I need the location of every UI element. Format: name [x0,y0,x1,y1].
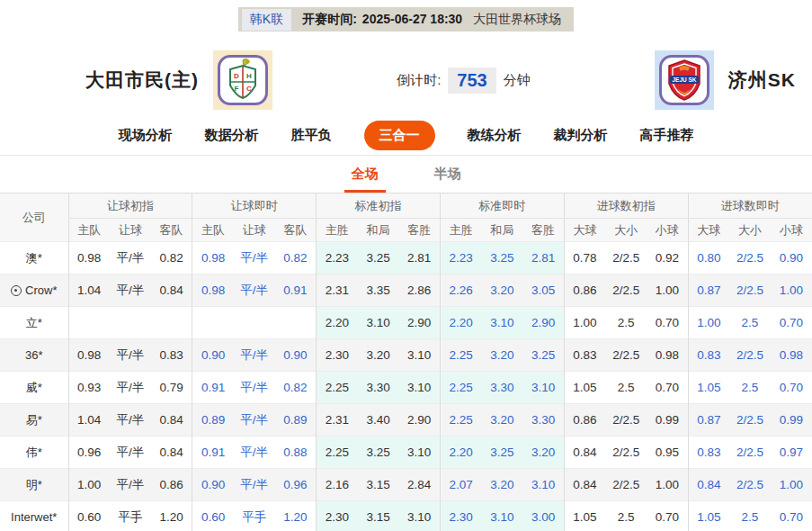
odds-cell-goals_initial: 0.70 [647,501,688,531]
odds-cell-std_initial: 2.90 [399,404,441,436]
odds-cell-std_live: 2.25 [440,339,481,372]
col-group-标准初指: 标准初指 [317,194,441,219]
odds-cell-goals_live: 2/2.5 [729,404,771,436]
odds-cell-goals_live: 1.00 [771,274,812,307]
company-cell[interactable]: Crow* [0,274,68,307]
odds-cell-handicap_live: 0.89 [192,404,234,436]
odds-cell-goals_initial: 0.84 [564,469,605,501]
odds-cell-std_initial: 2.23 [317,242,358,274]
col-sub-标准即时-和局: 和局 [481,219,522,242]
odds-cell-goals_initial: 0.70 [647,372,688,404]
odds-cell-handicap_live: 1.20 [275,501,317,531]
odds-comparison-page: 韩K联 开赛时间: 2025-06-27 18:30 大田世界杯球场 大田市民(… [0,0,812,531]
tab-裁判分析[interactable]: 裁判分析 [554,127,608,144]
odds-cell-handicap_live: 平/半 [234,469,275,501]
odds-cell-std_live: 2.20 [440,307,481,339]
odds-cell-handicap_live: 0.82 [275,242,317,274]
odds-cell-std_initial: 2.16 [317,469,358,501]
odds-cell-std_live: 2.30 [440,501,481,531]
odds-cell-goals_live: 0.90 [771,242,812,274]
odds-cell-std_initial: 3.10 [399,372,441,404]
company-cell[interactable]: 36* [0,339,68,372]
kickoff-label: 开赛时间: [302,12,357,28]
away-team-name: 济州SK [728,68,796,93]
odds-cell-std_initial: 2.30 [317,501,358,531]
odds-cell-goals_initial: 2/2.5 [605,469,647,501]
col-sub-进球数初指-大小: 大小 [605,219,647,242]
odds-cell-goals_initial: 2.5 [605,372,647,404]
odds-cell-handicap_live: 0.91 [275,274,317,307]
col-sub-标准即时-主胜: 主胜 [440,219,481,242]
odds-cell-std_live: 3.25 [481,242,522,274]
odds-cell-handicap_initial: 1.20 [151,501,192,531]
odds-cell-std_live: 3.20 [481,469,522,501]
col-group-让球初指: 让球初指 [68,194,192,219]
odds-cell-goals_initial: 0.70 [647,307,688,339]
table-row: Crow*1.04平/半0.840.98平/半0.912.313.352.862… [0,274,812,307]
odds-cell-goals_live: 0.99 [771,404,812,436]
tab-高手推荐[interactable]: 高手推荐 [640,127,694,144]
tab-数据分析[interactable]: 数据分析 [205,127,259,144]
odds-cell-handicap_initial: 平手 [110,501,151,531]
odds-cell-goals_live: 2.5 [729,372,771,404]
match-info-bar: 韩K联 开赛时间: 2025-06-27 18:30 大田世界杯球场 [238,7,574,32]
col-sub-标准初指-客胜: 客胜 [399,219,441,242]
odds-cell-std_live: 2.20 [440,436,481,469]
odds-cell-handicap_initial: 0.84 [151,404,192,436]
odds-cell-std_initial: 2.31 [317,274,358,307]
odds-cell-handicap_live [234,307,275,339]
col-sub-进球数即时-大球: 大球 [688,219,729,242]
odds-cell-goals_live: 1.05 [688,501,729,531]
odds-cell-handicap_initial: 0.98 [68,242,110,274]
odds-cell-handicap_initial: 平/半 [110,436,151,469]
odds-cell-handicap_live: 0.60 [192,501,234,531]
odds-cell-handicap_initial: 0.82 [151,242,192,274]
odds-cell-handicap_live: 平/半 [234,436,275,469]
home-team-block: 大田市民(主) D H F C [85,50,272,110]
league-badge[interactable]: 韩K联 [242,9,291,31]
venue-label: 大田世界杯球场 [473,12,561,28]
odds-cell-goals_initial: 2/2.5 [605,274,647,307]
col-sub-让球初指-让球: 让球 [110,219,151,242]
odds-cell-handicap_live: 0.90 [192,339,234,372]
odds-cell-std_initial: 2.31 [317,404,358,436]
svg-text:JEJU SK: JEJU SK [672,76,696,83]
odds-cell-handicap_initial: 0.60 [68,501,110,531]
odds-cell-std_live: 3.10 [522,469,564,501]
company-cell[interactable]: 易* [0,404,68,436]
company-cell[interactable]: 伟* [0,436,68,469]
odds-cell-handicap_initial [110,307,151,339]
subtab-半场[interactable]: 半场 [427,166,468,193]
odds-cell-std_initial: 2.25 [317,372,358,404]
tab-三合一[interactable]: 三合一 [364,121,435,150]
company-cell[interactable]: 威* [0,372,68,404]
odds-cell-goals_live: 0.83 [688,436,729,469]
odds-cell-std_initial: 2.30 [317,339,358,372]
odds-cell-std_live: 3.05 [522,274,564,307]
odds-cell-handicap_initial: 0.98 [68,339,110,372]
odds-cell-std_live: 3.25 [481,436,522,469]
period-subtabs: 全场半场 [0,156,812,193]
odds-cell-handicap_initial: 平/半 [110,404,151,436]
tab-胜平负[interactable]: 胜平负 [291,127,332,144]
odds-cell-goals_initial: 1.00 [647,469,688,501]
odds-cell-std_initial: 3.10 [399,501,441,531]
company-cell[interactable]: 立* [0,307,68,339]
odds-cell-handicap_live: 0.96 [275,469,317,501]
company-cell[interactable]: 明* [0,469,68,501]
odds-cell-std_initial: 2.84 [399,469,441,501]
odds-cell-goals_initial: 0.92 [647,242,688,274]
subtab-全场[interactable]: 全场 [344,166,386,193]
odds-cell-handicap_initial: 平/半 [110,242,151,274]
col-group-进球数即时: 进球数即时 [688,194,812,219]
odds-cell-goals_live: 0.83 [688,339,729,372]
company-cell[interactable]: 澳* [0,242,68,274]
col-sub-进球数初指-小球: 小球 [647,219,688,242]
odds-cell-handicap_live: 0.89 [275,404,317,436]
col-sub-让球即时-让球: 让球 [234,219,275,242]
odds-cell-std_live: 3.20 [481,274,522,307]
tab-现场分析[interactable]: 现场分析 [119,127,173,144]
tab-教练分析[interactable]: 教练分析 [468,127,522,144]
company-cell[interactable]: Interwet* [0,501,68,531]
odds-cell-std_initial: 3.10 [358,307,399,339]
